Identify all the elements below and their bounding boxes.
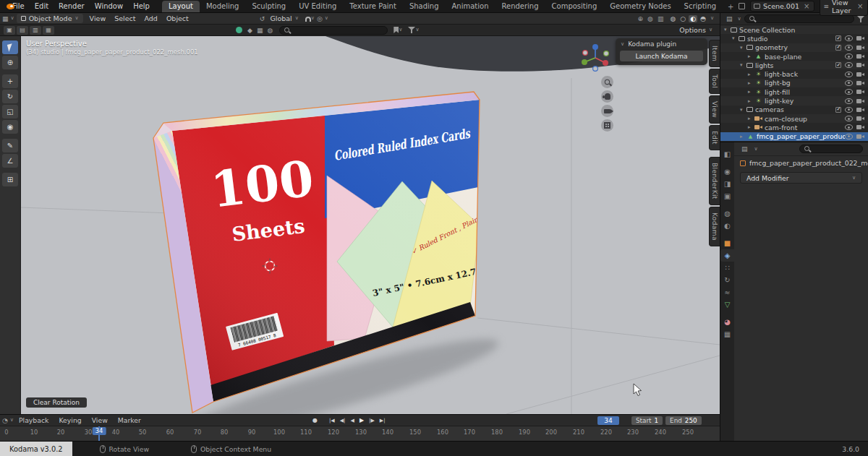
- add-workspace-button[interactable]: +: [723, 1, 739, 12]
- transform-tool[interactable]: ◉: [2, 120, 18, 134]
- render-visibility-icon[interactable]: [856, 35, 864, 41]
- collection-checkbox[interactable]: [835, 35, 841, 41]
- xray-icon[interactable]: ▥: [655, 15, 666, 22]
- filter-chevron-icon[interactable]: ∨: [415, 27, 419, 33]
- properties-search-box[interactable]: [799, 145, 863, 153]
- visibility-eye-icon[interactable]: [845, 89, 853, 95]
- tab-output-icon[interactable]: ◨: [720, 178, 734, 190]
- render-visibility-icon[interactable]: [856, 116, 864, 121]
- tab-geometry-nodes[interactable]: Geometry Nodes: [603, 1, 677, 12]
- visibility-eye-icon[interactable]: [845, 53, 853, 59]
- add-modifier-button[interactable]: Add Modifier ∨: [740, 172, 862, 184]
- options-dropdown[interactable]: Options ∨: [679, 26, 720, 34]
- outliner-filter-icon[interactable]: [857, 16, 864, 22]
- visibility-eye-icon[interactable]: [845, 72, 853, 77]
- jump-end-button[interactable]: ▶|: [380, 418, 386, 423]
- outliner-row-studio[interactable]: ▾ studio: [720, 34, 868, 43]
- filter-icon[interactable]: [408, 27, 415, 33]
- visibility-eye-icon[interactable]: [845, 124, 853, 130]
- jump-start-button[interactable]: |◀: [329, 418, 335, 423]
- viewport-3d[interactable]: Colored Ruled Index Cards ✓ Ruled Front …: [0, 36, 720, 414]
- sidebar-tab-blenderkit[interactable]: BlenderKit: [709, 157, 720, 205]
- tab-scripting[interactable]: Scripting: [678, 1, 723, 12]
- shading-wireframe-icon[interactable]: ◍: [668, 15, 677, 22]
- tab-constraints-icon[interactable]: ≈: [720, 286, 734, 298]
- menu-select[interactable]: Select: [110, 14, 140, 22]
- bookmark-chevron-icon[interactable]: ∨: [399, 27, 402, 33]
- properties-editor-icon[interactable]: ▤: [739, 145, 750, 152]
- proportional-editing-icon[interactable]: ◎: [315, 15, 325, 22]
- disclosure-icon[interactable]: ▸: [748, 98, 754, 104]
- measure-tool[interactable]: ∠: [2, 154, 18, 168]
- outliner-search-box[interactable]: [744, 14, 854, 23]
- timeline-ruler[interactable]: 0 10 20 30 40 50 60 70 80 90 100 110 120…: [0, 426, 720, 441]
- menu-add[interactable]: Add: [140, 14, 161, 22]
- unlink-scene-icon[interactable]: ×: [802, 2, 811, 10]
- asset-category-icon-1[interactable]: ◆: [245, 27, 255, 34]
- render-visibility-icon[interactable]: [856, 45, 864, 51]
- scale-tool[interactable]: ◱: [2, 105, 18, 119]
- outliner-row-light-back[interactable]: ▸ ☀ light-back: [720, 69, 868, 78]
- collection-checkbox[interactable]: [835, 107, 841, 113]
- outliner-row-scene-collection[interactable]: ▾ Scene Collection: [720, 25, 868, 34]
- menu-playback[interactable]: Playback: [14, 416, 54, 424]
- play-reverse-button[interactable]: ◀: [350, 418, 354, 423]
- prev-keyframe-button[interactable]: ◀|: [340, 418, 346, 423]
- current-frame-field[interactable]: 34: [597, 416, 619, 425]
- menu-view[interactable]: View: [85, 14, 111, 22]
- tab-sculpting[interactable]: Sculpting: [245, 1, 292, 12]
- outliner-row-cameras[interactable]: ▾ cameras: [720, 106, 868, 114]
- add-cube-tool[interactable]: ⊞: [2, 173, 18, 186]
- outliner-row-light-key[interactable]: ▸ ☀ light-key: [720, 96, 868, 105]
- outliner-row-fmcg-object[interactable]: ▸ ▲ fmcg_paper_paper_product_022_mesh.00…: [720, 132, 868, 141]
- render-visibility-icon[interactable]: [856, 107, 864, 113]
- tab-rendering[interactable]: Rendering: [495, 1, 545, 12]
- disclosure-icon[interactable]: ▸: [748, 72, 754, 77]
- tab-modifiers-icon[interactable]: ◈: [720, 249, 734, 262]
- annotate-tool[interactable]: ✎: [2, 139, 18, 152]
- outliner-row-cam-front[interactable]: ▸ cam-front: [720, 123, 868, 132]
- disclosure-icon[interactable]: ▸: [748, 124, 754, 130]
- blenderkit-logo-icon[interactable]: [236, 27, 242, 33]
- remove-view-layer-icon[interactable]: ×: [856, 2, 864, 10]
- zoom-button[interactable]: [601, 76, 613, 88]
- menu-edit[interactable]: Edit: [30, 2, 54, 10]
- menu-render[interactable]: Render: [54, 2, 90, 10]
- disclosure-icon[interactable]: ▸: [748, 80, 754, 86]
- gizmos-icon[interactable]: ⊕: [636, 15, 646, 22]
- frame-start-field[interactable]: Start 1: [631, 416, 663, 425]
- shading-solid-icon[interactable]: ○: [678, 15, 687, 22]
- perspective-toggle-button[interactable]: [601, 119, 613, 132]
- display-icon[interactable]: [739, 3, 744, 9]
- select-box-tool[interactable]: [2, 40, 18, 54]
- sidebar-tab-item[interactable]: Item: [709, 40, 720, 67]
- outliner-row-cam-closeup[interactable]: ▸ cam-closeup: [720, 114, 868, 123]
- asset-category-icon-3[interactable]: ◍: [265, 27, 275, 34]
- disclosure-icon[interactable]: ▾: [740, 62, 746, 68]
- tool-setting-icon-4[interactable]: ▦: [43, 26, 54, 35]
- editor-type-chevron-icon[interactable]: ∨: [11, 16, 14, 21]
- tab-modeling[interactable]: Modeling: [200, 1, 246, 12]
- play-button[interactable]: ▶: [359, 417, 364, 423]
- rotate-tool[interactable]: ↻: [2, 90, 18, 103]
- chevron-down-icon[interactable]: ∨: [738, 17, 741, 22]
- render-visibility-icon[interactable]: [856, 62, 864, 68]
- overlays-icon[interactable]: ◍: [645, 15, 655, 22]
- cursor-tool[interactable]: ⊕: [2, 56, 18, 69]
- tab-object-icon[interactable]: ■: [720, 237, 734, 249]
- disclosure-icon[interactable]: ▸: [740, 134, 746, 139]
- render-visibility-icon[interactable]: [856, 89, 864, 95]
- view-layer-selector[interactable]: ≡ View Layer ×: [820, 0, 868, 16]
- menu-help[interactable]: Help: [128, 2, 155, 10]
- visibility-eye-icon[interactable]: [845, 134, 853, 139]
- render-visibility-icon[interactable]: [856, 98, 864, 104]
- visibility-eye-icon[interactable]: [845, 116, 853, 121]
- tab-scene-icon[interactable]: ◍: [720, 207, 734, 220]
- disclosure-icon[interactable]: ▾: [732, 35, 739, 41]
- mode-dropdown[interactable]: Object Mode ∨: [17, 14, 83, 23]
- navigation-gizmo[interactable]: [578, 40, 613, 75]
- move-tool[interactable]: +: [2, 74, 18, 88]
- tab-physics-icon[interactable]: ↻: [720, 274, 734, 286]
- kodama-panel-header[interactable]: ∨ Kodama plugin: [616, 38, 707, 50]
- menu-window[interactable]: Window: [90, 2, 128, 10]
